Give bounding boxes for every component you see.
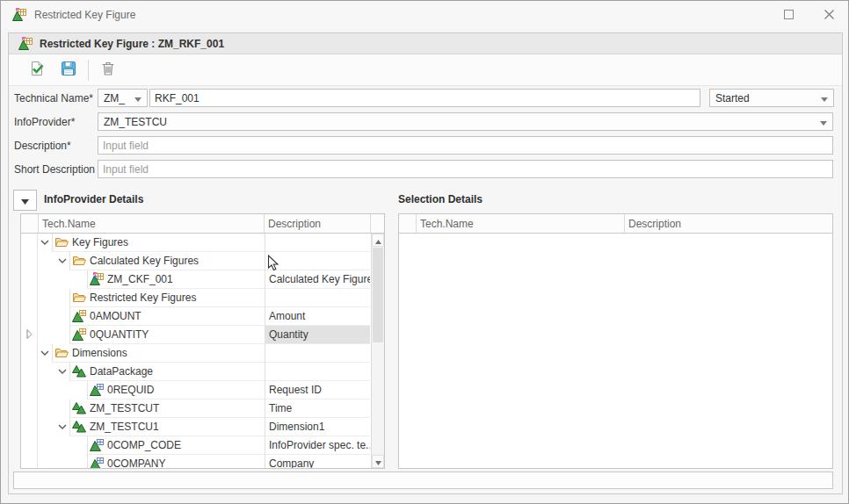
scrollbar-thumb[interactable] — [373, 248, 383, 342]
column-header-tech-name[interactable]: Tech.Name — [417, 214, 625, 233]
chevron-slot — [73, 270, 87, 289]
check-document-icon — [29, 61, 45, 79]
folder-icon — [72, 254, 86, 268]
validate-button[interactable] — [25, 58, 49, 83]
chevron-slot — [55, 326, 69, 344]
delete-button[interactable] — [96, 58, 120, 83]
chevron-down-icon[interactable] — [38, 234, 52, 252]
chevron-down-icon[interactable] — [55, 363, 69, 381]
chevron-down-icon[interactable] — [38, 344, 52, 363]
table-header: Tech.Name Description — [399, 214, 832, 234]
chevron-down-icon — [821, 92, 828, 104]
description-cell — [265, 363, 370, 381]
technical-name-prefix-select[interactable]: ZM_ — [98, 89, 148, 107]
description-cell — [265, 234, 370, 252]
row-gutter — [21, 307, 38, 326]
gutter-header — [21, 214, 39, 233]
restricted-key-figure-icon — [18, 37, 33, 51]
infoprovider-details-title: InfoProvider Details — [44, 193, 143, 205]
description-cell: Calculated Key Figure... — [265, 270, 370, 289]
description-cell: InfoProvider spec. te... — [265, 436, 370, 455]
technical-name-input[interactable] — [149, 89, 700, 107]
technical-name-label: Technical Name* — [14, 92, 98, 104]
tree-item-label: 0REQUID — [107, 384, 154, 396]
key-figure-icon — [72, 328, 86, 342]
tree-row[interactable]: 0AMOUNTAmount — [21, 307, 384, 326]
column-header-tech-name[interactable]: Tech.Name — [39, 214, 265, 233]
tree-row[interactable]: DataPackage — [21, 363, 384, 381]
description-cell — [265, 252, 370, 270]
trash-icon — [100, 61, 116, 79]
title-bar: Restricted Key Figure — [1, 1, 848, 29]
scroll-down-button[interactable] — [372, 455, 384, 468]
selection-details-body — [399, 234, 832, 468]
tree-row[interactable]: 0COMP_CODEInfoProvider spec. te... — [21, 436, 384, 455]
selection-details-table: Tech.Name Description — [398, 213, 833, 469]
maximize-button[interactable] — [774, 4, 802, 26]
row-gutter — [21, 455, 38, 468]
row-gutter — [21, 234, 38, 252]
close-icon — [824, 9, 834, 22]
row-gutter — [21, 270, 38, 289]
short-description-input[interactable] — [98, 160, 833, 178]
tree-row[interactable]: Calculated Key Figures — [21, 252, 384, 270]
scroll-up-button[interactable] — [372, 234, 384, 247]
key-figure-icon — [72, 309, 86, 323]
tree-item-label: Key Figures — [72, 236, 128, 248]
tree-item-label: ZM_TESTCUT — [90, 402, 159, 414]
restricted-key-figure-icon — [12, 8, 26, 22]
dimension-icon — [72, 364, 86, 378]
panel-options-button[interactable] — [13, 190, 37, 211]
tree-row[interactable]: 0REQUIDRequest ID — [21, 381, 384, 400]
panels-header: InfoProvider Details Selection Details — [9, 187, 842, 213]
description-cell: Time — [265, 400, 370, 418]
row-gutter — [21, 289, 38, 307]
toolbar-separator — [88, 60, 89, 81]
row-gutter — [21, 436, 38, 455]
save-button[interactable] — [56, 58, 81, 83]
save-icon — [61, 61, 76, 79]
selection-details-title: Selection Details — [398, 193, 483, 205]
chevron-down-icon — [820, 116, 827, 128]
tree-row[interactable]: 0QUANTITYQuantity — [21, 326, 384, 344]
status-select[interactable]: Started — [709, 89, 834, 107]
infoprovider-select[interactable]: ZM_TESTCU — [98, 112, 833, 131]
row-gutter — [21, 418, 38, 436]
scrollbar-header-spacer — [370, 214, 384, 233]
tree-item-label: Dimensions — [72, 347, 127, 359]
description-cell: Quantity — [265, 326, 370, 344]
chevron-down-icon[interactable] — [55, 252, 69, 270]
row-gutter — [21, 344, 38, 363]
folder-icon — [54, 235, 69, 249]
column-header-description[interactable]: Description — [265, 214, 370, 233]
vertical-scrollbar[interactable] — [371, 234, 384, 468]
tree-row[interactable]: Dimensions — [21, 344, 384, 363]
tree-row[interactable]: ZM_CKF_001Calculated Key Figure... — [21, 270, 384, 289]
folder-icon — [72, 291, 86, 305]
row-selector-icon — [26, 329, 33, 342]
chevron-slot — [73, 455, 87, 468]
tables-area: Tech.Name Description Key FiguresCalcula… — [9, 213, 842, 469]
chevron-down-icon — [21, 194, 29, 207]
tree-item-label: Calculated Key Figures — [90, 255, 199, 267]
tree-row[interactable]: ZM_TESTCU1Dimension1 — [21, 418, 384, 436]
tree-item-label: Restricted Key Figures — [90, 292, 196, 304]
tree-row[interactable]: Key Figures — [21, 234, 384, 252]
tree-item-label: 0QUANTITY — [90, 328, 149, 341]
window-title: Restricted Key Figure — [34, 9, 774, 21]
maximize-icon — [784, 9, 794, 22]
column-header-description[interactable]: Description — [625, 214, 832, 233]
tree-row[interactable]: Restricted Key Figures — [21, 289, 384, 307]
row-gutter — [21, 381, 38, 400]
description-cell: Amount — [265, 307, 370, 326]
description-cell — [265, 344, 370, 363]
tree-row[interactable]: ZM_TESTCUTTime — [21, 400, 384, 418]
description-cell: Request ID — [265, 381, 370, 400]
description-input[interactable] — [98, 136, 833, 155]
chevron-down-icon[interactable] — [55, 418, 69, 436]
gutter-header — [399, 214, 417, 233]
description-cell: Dimension1 — [265, 418, 370, 436]
tree-row[interactable]: 0COMPANYCompany — [21, 455, 384, 468]
chevron-slot — [55, 289, 69, 307]
close-button[interactable] — [815, 4, 843, 26]
